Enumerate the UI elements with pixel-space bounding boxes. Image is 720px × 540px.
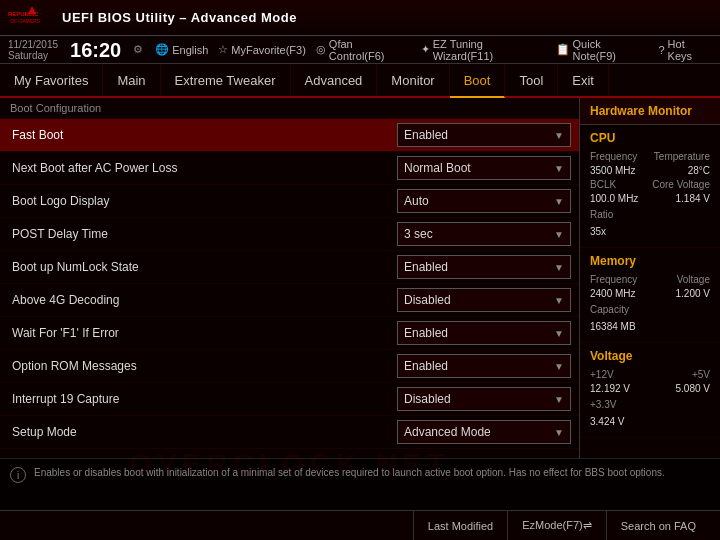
breadcrumb: Boot Configuration — [0, 98, 579, 119]
date-text: 11/21/2015 Saturday — [8, 39, 58, 61]
rog-logo: REPUBLIC OF GAMERS — [8, 6, 56, 30]
nav-exit[interactable]: Exit — [558, 64, 609, 96]
dropdown-arrow-icon-7: ▼ — [554, 361, 564, 372]
settings-row-7: Option ROM MessagesEnabled▼ — [0, 350, 579, 383]
dropdown-arrow-icon-5: ▼ — [554, 295, 564, 306]
hw-voltage-section: Voltage +12V +5V 12.192 V 5.080 V +3.3V … — [580, 343, 720, 438]
settings-panel: Boot Configuration Fast BootEnabled▼Next… — [0, 98, 580, 458]
hw-memory-section: Memory Frequency Voltage 2400 MHz 1.200 … — [580, 248, 720, 343]
settings-label-6: Wait For 'F1' If Error — [0, 320, 389, 346]
settings-row-4: Boot up NumLock StateEnabled▼ — [0, 251, 579, 284]
hw-mem-cap-label: Capacity — [590, 302, 710, 316]
settings-label-5: Above 4G Decoding — [0, 287, 389, 313]
nav-extreme-tweaker[interactable]: Extreme Tweaker — [161, 64, 291, 96]
dropdown-arrow-icon-0: ▼ — [554, 130, 564, 141]
shortcut-qfan[interactable]: ◎ Qfan Control(F6) — [316, 38, 411, 62]
dropdown-arrow-icon-6: ▼ — [554, 328, 564, 339]
svg-text:OF GAMERS: OF GAMERS — [10, 18, 41, 24]
dropdown-4[interactable]: Enabled▼ — [397, 255, 571, 279]
hw-memory-title: Memory — [590, 254, 710, 268]
settings-row-2: Boot Logo DisplayAuto▼ — [0, 185, 579, 218]
dropdown-value-6: Enabled — [404, 326, 448, 340]
hw-mem-freq-val-row: 2400 MHz 1.200 V — [590, 288, 710, 299]
dropdown-value-0: Enabled — [404, 128, 448, 142]
nav-advanced[interactable]: Advanced — [291, 64, 378, 96]
settings-label-2: Boot Logo Display — [0, 188, 389, 214]
shortcut-english[interactable]: 🌐 English — [155, 43, 208, 56]
dropdown-6[interactable]: Enabled▼ — [397, 321, 571, 345]
nav-bar: My Favorites Main Extreme Tweaker Advanc… — [0, 64, 720, 98]
dropdown-9[interactable]: Advanced Mode▼ — [397, 420, 571, 444]
dropdown-1[interactable]: Normal Boot▼ — [397, 156, 571, 180]
hot-keys-button[interactable]: ? Hot Keys — [658, 38, 712, 62]
shortcut-bar: 🌐 English ☆ MyFavorite(F3) ◎ Qfan Contro… — [155, 38, 646, 62]
ez-mode-button[interactable]: EzMode(F7)⇌ — [507, 511, 606, 541]
hw-cpu-section: CPU Frequency Temperature 3500 MHz 28°C … — [580, 125, 720, 248]
hw-volt-12-val-row: 12.192 V 5.080 V — [590, 383, 710, 394]
settings-label-4: Boot up NumLock State — [0, 254, 389, 280]
shortcut-myfavorite[interactable]: ☆ MyFavorite(F3) — [218, 43, 306, 56]
nav-my-favorites[interactable]: My Favorites — [0, 64, 103, 96]
dropdown-arrow-icon-2: ▼ — [554, 196, 564, 207]
bottom-bar: Last Modified EzMode(F7)⇌ Search on FAQ — [0, 510, 720, 540]
hw-monitor: Hardware Monitor CPU Frequency Temperatu… — [580, 98, 720, 458]
dropdown-8[interactable]: Disabled▼ — [397, 387, 571, 411]
settings-row-6: Wait For 'F1' If ErrorEnabled▼ — [0, 317, 579, 350]
dropdown-0[interactable]: Enabled▼ — [397, 123, 571, 147]
dropdown-value-4: Enabled — [404, 260, 448, 274]
settings-label-7: Option ROM Messages — [0, 353, 389, 379]
dropdown-value-9: Advanced Mode — [404, 425, 491, 439]
settings-label-0: Fast Boot — [0, 122, 389, 148]
dropdown-value-7: Enabled — [404, 359, 448, 373]
settings-label-9: Setup Mode — [0, 419, 389, 445]
hw-cpu-ratio-val: 35x — [590, 224, 710, 238]
hw-cpu-freq-label-row: Frequency Temperature — [590, 151, 710, 162]
info-icon: i — [10, 467, 26, 483]
hw-mem-cap-val: 16384 MB — [590, 319, 710, 333]
dropdown-5[interactable]: Disabled▼ — [397, 288, 571, 312]
dropdown-arrow-icon-1: ▼ — [554, 163, 564, 174]
hw-volt-33-val: 3.424 V — [590, 414, 710, 428]
settings-label-8: Interrupt 19 Capture — [0, 386, 389, 412]
svg-marker-2 — [28, 6, 36, 14]
hw-cpu-bclk-label-row: BCLK Core Voltage — [590, 179, 710, 190]
dropdown-arrow-icon-8: ▼ — [554, 394, 564, 405]
settings-row-9: Setup ModeAdvanced Mode▼ — [0, 416, 579, 449]
dropdown-value-2: Auto — [404, 194, 429, 208]
settings-label-1: Next Boot after AC Power Loss — [0, 155, 389, 181]
hw-volt-12-label-row: +12V +5V — [590, 369, 710, 380]
last-modified-button[interactable]: Last Modified — [413, 511, 507, 541]
dropdown-7[interactable]: Enabled▼ — [397, 354, 571, 378]
main-content: Boot Configuration Fast BootEnabled▼Next… — [0, 98, 720, 458]
clock-display: 16:20 — [70, 40, 121, 60]
hw-volt-33-label: +3.3V — [590, 397, 710, 411]
hw-voltage-title: Voltage — [590, 349, 710, 363]
settings-row-5: Above 4G DecodingDisabled▼ — [0, 284, 579, 317]
hw-cpu-ratio-label: Ratio — [590, 207, 710, 221]
dropdown-value-3: 3 sec — [404, 227, 433, 241]
dropdown-2[interactable]: Auto▼ — [397, 189, 571, 213]
dropdown-value-5: Disabled — [404, 293, 451, 307]
dropdown-value-1: Normal Boot — [404, 161, 471, 175]
date-display: 11/21/2015 Saturday — [8, 39, 58, 61]
datetime-bar: 11/21/2015 Saturday 16:20 ⚙ 🌐 English ☆ … — [0, 36, 720, 64]
shortcut-quicknote[interactable]: 📋 Quick Note(F9) — [556, 38, 647, 62]
nav-tool[interactable]: Tool — [505, 64, 558, 96]
nav-boot[interactable]: Boot — [450, 64, 506, 98]
settings-label-3: POST Delay Time — [0, 221, 389, 247]
dropdown-value-8: Disabled — [404, 392, 451, 406]
nav-main[interactable]: Main — [103, 64, 160, 96]
search-faq-button[interactable]: Search on FAQ — [606, 511, 710, 541]
hw-monitor-title: Hardware Monitor — [580, 98, 720, 125]
settings-rows: Fast BootEnabled▼Next Boot after AC Powe… — [0, 119, 579, 449]
dropdown-arrow-icon-3: ▼ — [554, 229, 564, 240]
shortcut-eztuning[interactable]: ✦ EZ Tuning Wizard(F11) — [421, 38, 546, 62]
dropdown-3[interactable]: 3 sec▼ — [397, 222, 571, 246]
settings-gear-icon[interactable]: ⚙ — [133, 43, 143, 56]
info-bar: i Enables or disables boot with initiali… — [0, 458, 720, 510]
logo-area: REPUBLIC OF GAMERS UEFI BIOS Utility – A… — [8, 6, 297, 30]
settings-row-8: Interrupt 19 CaptureDisabled▼ — [0, 383, 579, 416]
nav-monitor[interactable]: Monitor — [377, 64, 449, 96]
settings-row-3: POST Delay Time3 sec▼ — [0, 218, 579, 251]
info-text: Enables or disables boot with initializa… — [34, 465, 665, 480]
